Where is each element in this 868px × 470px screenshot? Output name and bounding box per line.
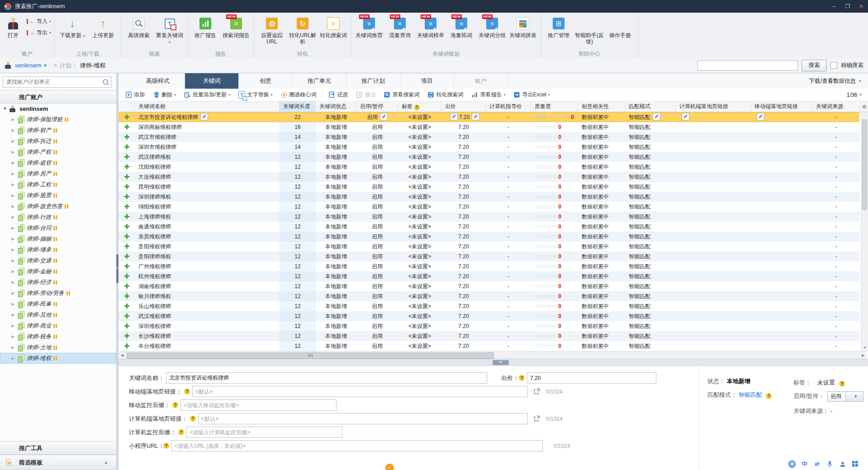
tab-高级样式[interactable]: 高级样式 bbox=[131, 73, 185, 89]
tab-推广计划[interactable]: 推广计划 bbox=[346, 73, 400, 89]
tree-plan-item[interactable]: ▶律师-交通 bbox=[0, 255, 116, 266]
pc-suffix-input[interactable] bbox=[186, 427, 342, 438]
vertical-scrollbar-thumb[interactable] bbox=[862, 119, 867, 210]
tree-plan-item[interactable]: ▶律师-刑事 bbox=[0, 364, 116, 366]
column-header[interactable]: 创意相关性 bbox=[578, 101, 625, 112]
tab-创意[interactable]: 创意 bbox=[239, 73, 293, 89]
bid-input[interactable] bbox=[527, 372, 656, 384]
mobile-suffix-input[interactable] bbox=[180, 399, 337, 411]
scroll-down-icon[interactable]: ▼ bbox=[861, 345, 868, 351]
chevron-right-icon[interactable]: ▶ bbox=[11, 280, 15, 285]
tree-plan-item[interactable]: ▶律师-股票 bbox=[0, 190, 116, 201]
add-keyword-icon[interactable] bbox=[124, 194, 129, 199]
column-header[interactable]: 出价 bbox=[441, 101, 486, 112]
tab-推广单元[interactable]: 推广单元 bbox=[293, 73, 346, 89]
search-button[interactable]: 搜索 bbox=[802, 60, 827, 71]
table-row[interactable]: 贵阳律师维权12本地新增启用<未设置>7.20-☆☆☆☆☆0数据积累中智能匹配- bbox=[119, 252, 859, 261]
tree-plan-item[interactable]: ▶律师-合同 bbox=[0, 223, 116, 233]
enable-pause-select[interactable]: 启用 ▼ bbox=[827, 391, 863, 402]
add-keyword-icon[interactable] bbox=[124, 254, 129, 259]
edit-icon[interactable] bbox=[757, 113, 764, 120]
table-row[interactable]: 杭州维权律师12本地新增启用<未设置>7.20-☆☆☆☆☆0数据积累中智能匹配- bbox=[119, 271, 859, 281]
help-icon[interactable]: ? bbox=[184, 389, 190, 394]
ribbon-button[interactable]: 高级搜索 bbox=[123, 14, 154, 51]
chevron-right-icon[interactable]: ▶ bbox=[11, 291, 15, 295]
chevron-right-icon[interactable]: ▶ bbox=[11, 302, 15, 306]
collapse-icon[interactable]: ▲ bbox=[104, 455, 108, 470]
sidebar-filter-header[interactable]: 筛选模板 ▲ bbox=[0, 455, 116, 470]
table-row[interactable]: 长沙维权律师12本地新增启用<未设置>7.20-☆☆☆☆☆0数据积累中智能匹配- bbox=[119, 331, 859, 341]
add-keyword-icon[interactable] bbox=[124, 234, 129, 239]
open-link-icon[interactable] bbox=[533, 388, 541, 395]
panel-splitter[interactable]: ▼ bbox=[119, 359, 868, 366]
add-keyword-icon[interactable] bbox=[124, 144, 129, 149]
chevron-right-icon[interactable]: ▶ bbox=[11, 117, 15, 122]
column-header[interactable]: 启用/暂停 bbox=[356, 101, 398, 112]
maximize-button[interactable]: ❐ bbox=[841, 0, 854, 13]
tree-plan-item[interactable]: ▶律师-财产 bbox=[0, 125, 116, 136]
help-icon[interactable]: ? bbox=[163, 443, 169, 449]
chevron-down-icon[interactable]: ▼ bbox=[859, 93, 863, 97]
tree-plan-item[interactable]: ▶律师-其他 bbox=[0, 309, 116, 320]
switch-icon[interactable]: ⇄ bbox=[813, 460, 821, 468]
keyword-name-input[interactable] bbox=[166, 372, 487, 384]
ribbon-button[interactable]: 设置追踪URL bbox=[256, 14, 287, 51]
tree-plan-item[interactable]: ▶律师-经济 bbox=[0, 277, 116, 288]
miniapp-url-input[interactable] bbox=[171, 440, 543, 451]
breadcrumb-account[interactable]: senlinsem bbox=[15, 62, 42, 69]
add-keyword-icon[interactable] bbox=[124, 224, 129, 229]
edit-icon[interactable] bbox=[653, 113, 660, 120]
ribbon-button[interactable]: ↑上传更新 bbox=[88, 14, 119, 51]
minimize-button[interactable]: ─ bbox=[827, 0, 841, 13]
help-icon[interactable]: ? bbox=[178, 429, 184, 435]
tab-关键词[interactable]: 关键词 bbox=[185, 73, 239, 89]
chevron-right-icon[interactable]: ▶ bbox=[11, 182, 15, 187]
table-row[interactable]: 绵阳维权律师12本地新增启用<未设置>7.20-☆☆☆☆☆0数据积累中智能匹配- bbox=[119, 202, 859, 212]
chevron-right-icon[interactable]: ▶ bbox=[11, 139, 15, 143]
chevron-right-icon[interactable]: ▶ bbox=[11, 193, 15, 198]
column-header[interactable]: 匹配模式 bbox=[625, 101, 676, 112]
help-icon[interactable]: ? bbox=[414, 104, 420, 110]
tree-plan-item[interactable]: ▶律师-产权 bbox=[0, 147, 116, 157]
edit-icon[interactable] bbox=[472, 113, 479, 120]
ribbon-button[interactable]: ≡NEW关键词榜单 bbox=[415, 14, 446, 51]
ribbon-button[interactable]: ≡NEW海量拓词 bbox=[446, 14, 477, 51]
table-row[interactable]: 南通维权律师12本地新增启用<未设置>7.20-☆☆☆☆☆0数据积累中智能匹配- bbox=[119, 222, 859, 232]
scroll-right-icon[interactable]: ▶ bbox=[859, 352, 867, 359]
tree-plan-item[interactable]: ▶律师-金融 bbox=[0, 266, 116, 277]
add-keyword-icon[interactable] bbox=[124, 333, 129, 338]
scroll-left-icon[interactable]: ◀ bbox=[119, 352, 126, 359]
column-header[interactable]: 关键词名称 bbox=[135, 101, 280, 112]
download-view-data-link[interactable]: 下载/查看数据信息 bbox=[809, 77, 856, 85]
import-button[interactable]: ←导入▾ bbox=[27, 18, 51, 25]
table-row[interactable]: 丰台维权律师12本地新增启用<未设置>7.20-☆☆☆☆☆0数据积累中智能匹配- bbox=[119, 341, 859, 351]
chevron-down-icon[interactable]: ▼ bbox=[858, 79, 862, 83]
add-keyword-icon[interactable] bbox=[124, 323, 129, 328]
add-keyword-icon[interactable] bbox=[124, 174, 129, 179]
action-圈选核心词[interactable]: 圈选核心词 bbox=[280, 91, 316, 99]
match-mode-value[interactable]: 智能匹配 bbox=[739, 391, 762, 398]
tree-plan-item[interactable]: ▶律师-婚姻 bbox=[0, 233, 116, 244]
tree-plan-item[interactable]: ▶律师-保险理赔 bbox=[0, 114, 116, 125]
chevron-right-icon[interactable]: ▶ bbox=[11, 204, 15, 209]
add-keyword-icon[interactable] bbox=[124, 114, 129, 119]
add-keyword-icon[interactable] bbox=[124, 343, 129, 348]
tree-plan-item[interactable]: ▶律师-民事 bbox=[0, 299, 116, 309]
column-header[interactable]: 关键词来源 bbox=[812, 101, 860, 112]
action-批量添加/更新[interactable]: 批量添加/更新▾ bbox=[184, 91, 230, 99]
chevron-right-icon[interactable]: ▶ bbox=[11, 356, 15, 361]
chevron-right-icon[interactable]: ▶ bbox=[11, 150, 15, 154]
tab-账户[interactable]: 账户 bbox=[454, 73, 508, 89]
add-keyword-icon[interactable] bbox=[124, 274, 129, 279]
tab-项目[interactable]: 项目 bbox=[400, 73, 454, 89]
vertical-scrollbar[interactable]: ▲ ▼ bbox=[861, 101, 868, 351]
table-row[interactable]: 贵阳维权律师12本地新增启用<未设置>7.20-☆☆☆☆☆0数据积累中智能匹配- bbox=[119, 242, 859, 252]
chevron-right-icon[interactable]: ▶ bbox=[11, 215, 15, 219]
ribbon-button[interactable]: 操作手册 bbox=[605, 14, 636, 51]
table-row[interactable]: 乐山维权律师12本地新增启用<未设置>7.20-☆☆☆☆☆0数据积累中智能匹配- bbox=[119, 301, 859, 311]
action-添加[interactable]: 添加 bbox=[125, 91, 145, 99]
horizontal-scrollbar-thumb[interactable] bbox=[127, 352, 494, 359]
edit-icon[interactable] bbox=[380, 113, 388, 120]
column-header[interactable]: 移动端落地页链接 bbox=[751, 101, 812, 112]
ribbon-button[interactable]: ≡NEW关键词推荐 bbox=[354, 14, 384, 51]
